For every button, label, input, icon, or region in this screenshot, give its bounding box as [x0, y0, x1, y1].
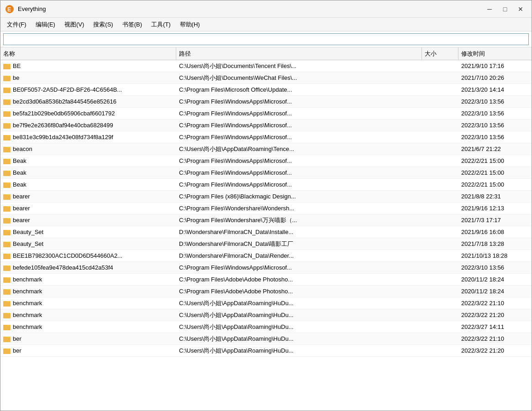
cell-modified: 2020/11/2 18:24	[458, 274, 532, 285]
folder-icon	[3, 110, 11, 117]
folder-icon	[3, 75, 11, 81]
cell-path: C:\Users\尚小姐\AppData\Roaming\HuDu...	[176, 297, 422, 309]
file-list-container: 名称 路径 大小 修改时间 BEC:\Users\尚小姐\Documents\T…	[0, 47, 532, 411]
column-header-path[interactable]: 路径	[176, 47, 422, 60]
file-name: be831e3c99b1da243e08fd734f8a129f	[13, 134, 113, 140]
cell-name: benchmark	[0, 321, 176, 333]
file-name: Beak	[13, 181, 26, 188]
cell-modified: 2022/3/10 13:56	[458, 120, 532, 131]
file-name: benchmark	[13, 276, 42, 283]
cell-name: bearer	[0, 191, 176, 202]
folder-icon	[3, 288, 11, 295]
folder-icon	[3, 87, 11, 93]
cell-size	[422, 274, 458, 285]
table-row[interactable]: be831e3c99b1da243e08fd734f8a129fC:\Progr…	[0, 131, 532, 143]
file-name: benchmark	[13, 300, 42, 307]
table-row[interactable]: BeakC:\Program Files\WindowsApps\Microso…	[0, 155, 532, 167]
file-name: be	[13, 74, 19, 81]
table-row[interactable]: berC:\Users\尚小姐\AppData\Roaming\HuDu...2…	[0, 345, 532, 357]
table-row[interactable]: bearerC:\Program Files\Wondershare\万兴喵影（…	[0, 214, 532, 226]
menu-item[interactable]: 编辑(E)	[31, 19, 60, 31]
cell-size	[422, 108, 458, 119]
menu-item[interactable]: 搜索(S)	[89, 19, 117, 31]
cell-path: C:\Users\尚小姐\Documents\Tencent Files\...	[176, 60, 422, 72]
cell-name: benchmark	[0, 297, 176, 309]
folder-icon	[3, 182, 11, 188]
folder-icon	[3, 99, 11, 105]
table-row[interactable]: beC:\Users\尚小姐\Documents\WeChat Files\..…	[0, 72, 532, 84]
table-row[interactable]: BeakC:\Program Files\WindowsApps\Microso…	[0, 167, 532, 179]
table-row[interactable]: Beauty_SetD:\Wondershare\FilmoraCN_Data\…	[0, 238, 532, 250]
minimize-button[interactable]: ─	[482, 3, 497, 15]
table-row[interactable]: be5fa21b029be0db65906cbaf6601792C:\Progr…	[0, 108, 532, 120]
menu-item[interactable]: 视图(V)	[60, 19, 89, 31]
maximize-button[interactable]: □	[498, 3, 512, 15]
table-row[interactable]: be2cd3d06a8536b2fa8445456e852616C:\Progr…	[0, 96, 532, 108]
file-name: befede105fea9e478dea415cd42a53f4	[13, 264, 113, 271]
cell-modified: 2021/9/10 17:16	[458, 60, 532, 72]
cell-path: D:\Wondershare\FilmoraCN_Data\Installe..…	[176, 226, 422, 238]
main-window: E Everything ─ □ ✕ 文件(F)编辑(E)视图(V)搜索(S)书…	[0, 0, 532, 411]
search-input[interactable]	[3, 33, 529, 45]
menu-bar: 文件(F)编辑(E)视图(V)搜索(S)书签(B)工具(T)帮助(H)	[0, 18, 532, 31]
table-row[interactable]: BEC:\Users\尚小姐\Documents\Tencent Files\.…	[0, 60, 532, 72]
cell-name: be831e3c99b1da243e08fd734f8a129f	[0, 131, 176, 143]
table-row[interactable]: benchmarkC:\Users\尚小姐\AppData\Roaming\Hu…	[0, 297, 532, 309]
cell-size	[422, 214, 458, 226]
title-controls: ─ □ ✕	[482, 3, 528, 15]
cell-path: C:\Program Files\WindowsApps\Microsof...	[176, 120, 422, 131]
cell-path: C:\Users\尚小姐\AppData\Roaming\Tence...	[176, 143, 422, 155]
menu-item[interactable]: 文件(F)	[2, 19, 31, 31]
cell-name: befede105fea9e478dea415cd42a53f4	[0, 262, 176, 273]
folder-icon	[3, 146, 11, 152]
table-row[interactable]: BeakC:\Program Files\WindowsApps\Microso…	[0, 179, 532, 191]
table-row[interactable]: bearerC:\Program Files (x86)\Blackmagic …	[0, 191, 532, 203]
table-row[interactable]: benchmarkC:\Users\尚小姐\AppData\Roaming\Hu…	[0, 321, 532, 333]
cell-size	[422, 84, 458, 95]
cell-path: C:\Program Files\Microsoft Office\Update…	[176, 84, 422, 95]
cell-modified: 2022/3/22 21:10	[458, 297, 532, 309]
table-row[interactable]: befede105fea9e478dea415cd42a53f4C:\Progr…	[0, 262, 532, 274]
table-row[interactable]: berC:\Users\尚小姐\AppData\Roaming\HuDu...2…	[0, 333, 532, 345]
svg-text:E: E	[7, 6, 11, 13]
table-row[interactable]: be7f9e2e2636f80af94e40cba6828499C:\Progr…	[0, 120, 532, 131]
cell-name: bearer	[0, 203, 176, 214]
cell-size	[422, 286, 458, 297]
file-name: beacon	[13, 146, 32, 152]
title-left: E Everything	[5, 5, 46, 14]
column-header-modified[interactable]: 修改时间	[458, 47, 532, 60]
table-row[interactable]: benchmarkC:\Users\尚小姐\AppData\Roaming\Hu…	[0, 309, 532, 321]
cell-modified: 2022/3/22 21:10	[458, 333, 532, 344]
cell-path: D:\Wondershare\FilmoraCN_Data\喵影工厂	[176, 238, 422, 250]
window-title: Everything	[18, 5, 46, 12]
menu-item[interactable]: 工具(T)	[147, 19, 175, 31]
cell-name: BE0F5057-2A5D-4F2D-BF26-4C6564B...	[0, 84, 176, 95]
column-header-name[interactable]: 名称	[0, 47, 176, 60]
table-row[interactable]: beaconC:\Users\尚小姐\AppData\Roaming\Tence…	[0, 143, 532, 155]
cell-name: benchmark	[0, 274, 176, 285]
table-row[interactable]: benchmarkC:\Program Files\Adobe\Adobe Ph…	[0, 274, 532, 286]
cell-path: C:\Program Files\WindowsApps\Microsof...	[176, 179, 422, 190]
cell-name: benchmark	[0, 286, 176, 297]
cell-modified: 2021/9/16 16:08	[458, 226, 532, 238]
cell-modified: 2022/2/21 15:00	[458, 167, 532, 178]
cell-path: C:\Users\尚小姐\AppData\Roaming\HuDu...	[176, 345, 422, 356]
table-row[interactable]: benchmarkC:\Program Files\Adobe\Adobe Ph…	[0, 286, 532, 297]
menu-item[interactable]: 书签(B)	[118, 19, 147, 31]
cell-name: be7f9e2e2636f80af94e40cba6828499	[0, 120, 176, 131]
folder-icon	[3, 336, 11, 342]
table-row[interactable]: Beauty_SetD:\Wondershare\FilmoraCN_Data\…	[0, 226, 532, 238]
cell-modified: 2021/7/3 17:17	[458, 214, 532, 226]
file-name: BE	[13, 62, 21, 69]
table-row[interactable]: bearerC:\Program Files\Wondershare\Wonde…	[0, 203, 532, 214]
cell-path: C:\Program Files\WindowsApps\Microsof...	[176, 167, 422, 178]
table-row[interactable]: BEE1B7982300AC1CD0D6D544660A2...D:\Wonde…	[0, 250, 532, 262]
column-header-size[interactable]: 大小	[422, 47, 458, 60]
cell-path: C:\Users\尚小姐\AppData\Roaming\HuDu...	[176, 333, 422, 344]
cell-path: C:\Users\尚小姐\AppData\Roaming\HuDu...	[176, 321, 422, 333]
folder-icon	[3, 229, 11, 235]
list-body[interactable]: BEC:\Users\尚小姐\Documents\Tencent Files\.…	[0, 60, 532, 411]
table-row[interactable]: BE0F5057-2A5D-4F2D-BF26-4C6564B...C:\Pro…	[0, 84, 532, 96]
menu-item[interactable]: 帮助(H)	[175, 19, 205, 31]
close-button[interactable]: ✕	[513, 3, 528, 15]
